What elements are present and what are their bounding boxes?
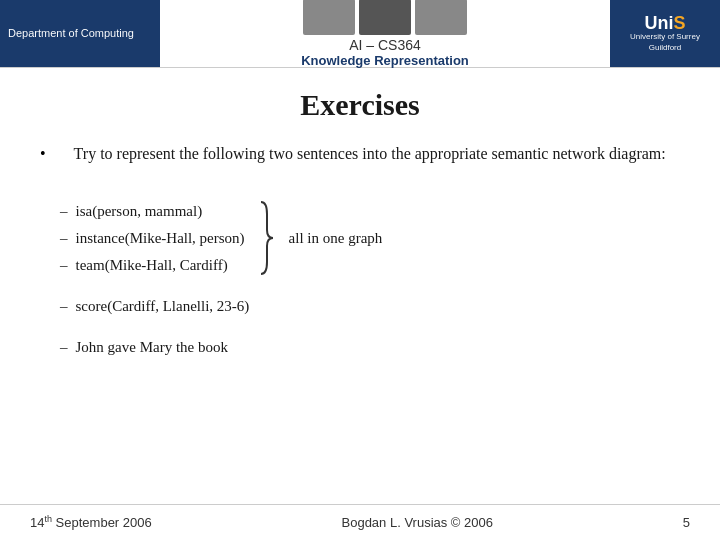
page-title: Exercises <box>40 88 680 122</box>
header: Department of Computing AI – CS364 Knowl… <box>0 0 720 68</box>
dash-4: – <box>60 293 68 320</box>
main-content: Exercises • Try to represent the followi… <box>0 68 720 385</box>
header-image-1 <box>303 0 355 35</box>
bullet-icon: • <box>40 142 46 166</box>
header-dept: Department of Computing <box>0 0 160 67</box>
items-list: – isa(person, mammal) – instance(Mike-Ha… <box>60 198 245 279</box>
footer-date: 14th September 2006 <box>30 514 152 530</box>
item-2-text: instance(Mike-Hall, person) <box>76 225 245 252</box>
intro-text: Try to represent the following two sente… <box>54 142 666 166</box>
course-subtitle: Knowledge Representation <box>301 53 469 68</box>
dash-5: – <box>60 334 68 361</box>
list-item: – instance(Mike-Hall, person) <box>60 225 245 252</box>
score-item: – score(Cardiff, Llanelli, 23-6) <box>60 293 680 320</box>
header-right: UniS University of SurreyGuildford <box>610 0 720 67</box>
footer-author: Bogdan L. Vrusias © 2006 <box>342 515 493 530</box>
item-3-text: team(Mike-Hall, Cardiff) <box>76 252 228 279</box>
john-item: – John gave Mary the book <box>60 334 680 361</box>
exercises-section: – isa(person, mammal) – instance(Mike-Ha… <box>40 198 680 361</box>
brace-container <box>257 198 277 278</box>
footer-page: 5 <box>683 515 690 530</box>
header-image-2 <box>359 0 411 35</box>
footer: 14th September 2006 Bogdan L. Vrusias © … <box>0 504 720 540</box>
score-text: score(Cardiff, Llanelli, 23-6) <box>76 293 250 320</box>
header-center: AI – CS364 Knowledge Representation <box>160 0 610 67</box>
list-item: – isa(person, mammal) <box>60 198 245 225</box>
intro-bullet: • Try to represent the following two sen… <box>40 142 680 190</box>
john-text: John gave Mary the book <box>76 334 228 361</box>
header-images <box>303 0 467 35</box>
dash-1: – <box>60 198 68 225</box>
group-items: – isa(person, mammal) – instance(Mike-Ha… <box>60 198 680 279</box>
dept-label: Department of Computing <box>8 26 134 40</box>
brace-icon <box>257 198 277 278</box>
list-item: – score(Cardiff, Llanelli, 23-6) <box>60 293 680 320</box>
uni-logo: UniS <box>644 14 685 32</box>
list-item: – team(Mike-Hall, Cardiff) <box>60 252 245 279</box>
all-in-one-label: all in one graph <box>289 230 383 247</box>
dash-3: – <box>60 252 68 279</box>
item-1-text: isa(person, mammal) <box>76 198 203 225</box>
uni-name: University of SurreyGuildford <box>630 32 700 53</box>
course-title: AI – CS364 <box>349 37 421 53</box>
dash-2: – <box>60 225 68 252</box>
list-item: – John gave Mary the book <box>60 334 680 361</box>
header-image-3 <box>415 0 467 35</box>
